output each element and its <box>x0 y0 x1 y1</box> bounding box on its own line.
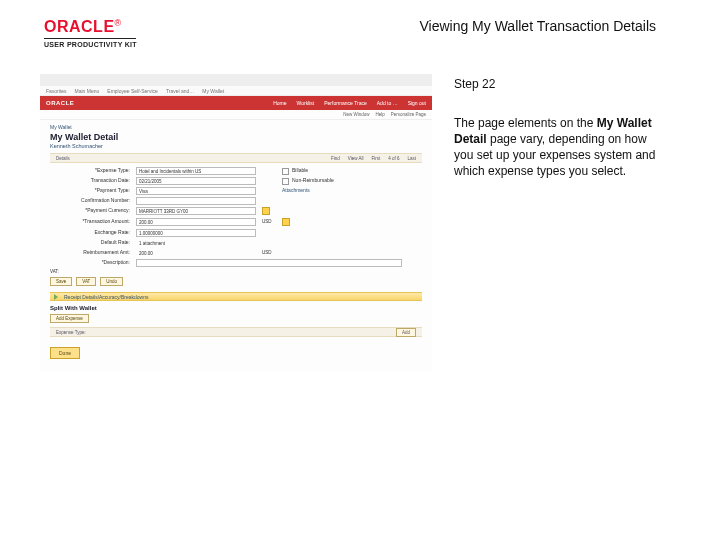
label-vat: VAT: <box>50 269 59 274</box>
toolbar-link[interactable]: Find <box>331 156 340 161</box>
menubar-item: Travel and… <box>166 88 194 94</box>
para-pre: The page elements on the <box>454 116 597 130</box>
label-exchange-rate: Exchange Rate: <box>50 229 130 237</box>
label-split-expense-type: Expense Type: <box>56 330 86 335</box>
nav-link[interactable]: Performance Trace <box>324 100 367 106</box>
window-titlebar <box>40 74 432 86</box>
label-expense-type: *Expense Type: <box>50 167 130 175</box>
details-toolbar: Details Find View All First 4 of 6 Last <box>50 153 422 163</box>
input-trans-amount[interactable]: 200.00 <box>136 218 256 226</box>
subnav-link[interactable]: Personalize Page <box>391 112 426 117</box>
instruction-column: Step 22 The page elements on the My Wall… <box>454 74 696 372</box>
add-expense-button[interactable]: Add Expense <box>50 314 89 323</box>
instruction-paragraph: The page elements on the My Wallet Detai… <box>454 115 668 180</box>
note-default-rate: 1 attachment <box>136 239 256 247</box>
link-attachments[interactable]: Attachments <box>282 187 402 195</box>
page-subheading: Kenneth Schumacher <box>50 143 422 149</box>
lookup-icon[interactable] <box>282 218 290 226</box>
input-description[interactable] <box>136 259 402 267</box>
done-button[interactable]: Done <box>50 347 80 359</box>
menubar-item: Main Menu <box>75 88 100 94</box>
currency-code: USD <box>262 250 272 255</box>
topnav-links: Home Worklist Performance Trace Add to …… <box>273 100 426 106</box>
menubar-item: Employee Self-Service <box>107 88 158 94</box>
page-title: Viewing My Wallet Transaction Details <box>419 18 696 34</box>
input-confirmation[interactable] <box>136 197 256 205</box>
expand-icon[interactable] <box>54 294 58 300</box>
undo-button[interactable]: Undo <box>100 277 123 286</box>
checkbox-nonreimb[interactable]: Non-Reimbursable <box>282 177 402 185</box>
input-payment-currency[interactable]: MARRIOTT 33RD GY00 <box>136 207 256 215</box>
label-reimb-amt: Reimbursement Amt: <box>50 249 130 257</box>
lookup-icon[interactable] <box>262 207 270 215</box>
label-description: *Description: <box>50 259 130 267</box>
logo-divider <box>44 38 136 39</box>
toolbar-left: Details <box>56 156 70 161</box>
split-row: Expense Type: Add <box>50 327 422 337</box>
add-button[interactable]: Add <box>396 328 416 337</box>
label-trans-amount: *Transaction Amount: <box>50 218 130 227</box>
app-screenshot: Favorites Main Menu Employee Self-Servic… <box>40 74 432 372</box>
label-payment-currency: *Payment Currency: <box>50 207 130 216</box>
brand-main: ORACLE <box>44 18 115 35</box>
breadcrumb[interactable]: My Wallet <box>50 124 422 130</box>
checkbox-billable[interactable]: Billable <box>282 167 402 175</box>
label-payment-type: *Payment Type: <box>50 187 130 195</box>
save-button[interactable]: Save <box>50 277 72 286</box>
nav-link[interactable]: Sign out <box>408 100 426 106</box>
split-with-wallet-heading: Split With Wallet <box>50 305 422 311</box>
receipt-details-label: Receipt Details/Accuracy/Breakdowns <box>64 294 148 300</box>
input-payment-type[interactable]: Visa <box>136 187 256 195</box>
toolbar-link[interactable]: View All <box>348 156 364 161</box>
menubar-item: Favorites <box>46 88 67 94</box>
toolbar-link[interactable]: First <box>371 156 380 161</box>
oracle-wordmark: ORACLE® <box>44 18 137 36</box>
app-subnav: New Window Help Personalize Page <box>40 110 432 120</box>
menubar-item: My Wallet <box>202 88 224 94</box>
vat-button[interactable]: VAT <box>76 277 96 286</box>
detail-form: *Expense Type: Hotel and Incidentals wit… <box>50 167 422 267</box>
input-exchange-rate[interactable]: 1.00000000 <box>136 229 256 237</box>
currency-code: USD <box>262 219 272 224</box>
checkbox-icon[interactable] <box>282 168 289 175</box>
step-label: Step 22 <box>454 76 668 92</box>
toolbar-link[interactable]: Last <box>407 156 416 161</box>
receipt-details-bar[interactable]: Receipt Details/Accuracy/Breakdowns <box>50 292 422 301</box>
toolbar-count: 4 of 6 <box>388 156 399 161</box>
nav-link[interactable]: Worklist <box>297 100 315 106</box>
label-confirmation: Confirmation Number: <box>50 197 130 205</box>
brand-reg: ® <box>115 18 122 28</box>
value-reimb-amt: 200.00 <box>136 249 256 257</box>
oracle-upk-logo: ORACLE® USER PRODUCTIVITY KIT <box>44 18 137 48</box>
subnav-link[interactable]: New Window <box>343 112 369 117</box>
label-trans-date: Transaction Date: <box>50 177 130 185</box>
brand-subtitle: USER PRODUCTIVITY KIT <box>44 41 137 48</box>
app-topnav: ORACLE Home Worklist Performance Trace A… <box>40 96 432 110</box>
app-body: My Wallet My Wallet Detail Kenneth Schum… <box>40 120 432 363</box>
input-expense-type[interactable]: Hotel and Incidentals within US <box>136 167 256 175</box>
nav-link[interactable]: Add to … <box>377 100 398 106</box>
vat-row: VAT: Save VAT Undo <box>50 269 422 286</box>
subnav-link[interactable]: Help <box>375 112 384 117</box>
input-trans-date[interactable]: 02/21/2005 <box>136 177 256 185</box>
app-brand: ORACLE <box>46 100 74 106</box>
browser-menubar: Favorites Main Menu Employee Self-Servic… <box>40 86 432 96</box>
checkbox-icon[interactable] <box>282 178 289 185</box>
page-heading: My Wallet Detail <box>50 132 422 142</box>
nav-link[interactable]: Home <box>273 100 286 106</box>
label-default-rate: Default Rate: <box>50 239 130 247</box>
